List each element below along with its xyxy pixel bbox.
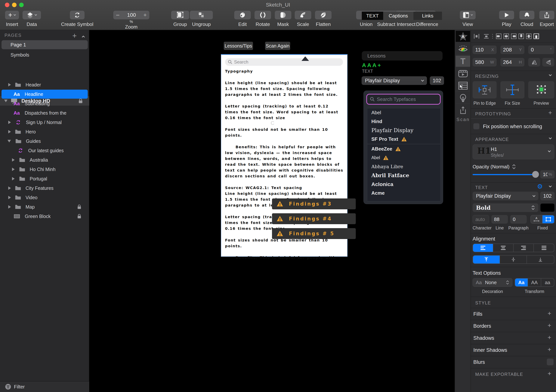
distribute-horizontal-icon[interactable] — [473, 33, 480, 40]
layer-row-header[interactable]: Header — [1, 80, 88, 89]
create-symbol-button[interactable] — [70, 11, 85, 19]
disclosure-closed-icon[interactable] — [8, 186, 11, 190]
align-text-left-button[interactable] — [473, 244, 493, 252]
tab-captions[interactable]: Captions — [383, 12, 413, 20]
font-size-field[interactable]: 102 — [540, 192, 555, 200]
layer-row-map[interactable]: Map — [1, 202, 88, 212]
typeface-item[interactable]: Abel — [367, 108, 440, 117]
zoom-stepper[interactable]: − 100 + — [113, 11, 149, 19]
x-field[interactable]: X — [473, 46, 497, 54]
disclosure-closed-icon[interactable] — [8, 83, 11, 86]
data-button[interactable] — [23, 11, 41, 19]
gear-icon[interactable]: ⚙ — [537, 183, 543, 190]
layer-row-australia[interactable]: Australia — [1, 155, 88, 165]
lock-icon[interactable] — [77, 214, 81, 219]
y-field[interactable]: Y — [500, 46, 525, 54]
fix-position-checkbox[interactable] — [473, 123, 479, 129]
disclosure-closed-icon[interactable] — [8, 196, 11, 199]
character-spacing-field[interactable] — [473, 215, 489, 224]
group-button[interactable] — [171, 11, 189, 19]
flip-vertical-button[interactable] — [542, 58, 554, 67]
panel-font-select[interactable]: Playfair Display — [362, 76, 427, 85]
cloud-button[interactable] — [519, 11, 534, 19]
opacity-slider-track[interactable] — [473, 174, 536, 175]
chevron-down-icon[interactable] — [549, 73, 552, 76]
typeface-item[interactable]: Hind — [367, 117, 440, 126]
typeface-item[interactable]: Playfair Display — [367, 126, 440, 135]
layer-row-signup[interactable]: Sign Up / Normal — [1, 118, 88, 127]
disclosure-closed-icon[interactable] — [12, 177, 15, 180]
typeface-search-field[interactable] — [366, 94, 441, 105]
add-page-icon[interactable]: + — [72, 31, 77, 40]
artboard-lessons[interactable]: Typography Line height (line spacing) sh… — [221, 54, 348, 257]
disclosure-closed-icon[interactable] — [8, 130, 11, 133]
add-border-icon[interactable]: + — [548, 322, 551, 329]
transform-capitalize-button[interactable]: Aa — [515, 279, 528, 286]
ungroup-button[interactable] — [190, 11, 213, 19]
disclosure-closed-icon[interactable] — [8, 205, 11, 209]
blurs-toggle[interactable] — [547, 359, 554, 365]
layer-row-video[interactable]: Video — [1, 193, 88, 202]
disclosure-closed-icon[interactable] — [12, 158, 15, 162]
view-button[interactable] — [460, 11, 476, 19]
search-input[interactable] — [234, 59, 335, 65]
add-fill-icon[interactable]: + — [548, 310, 551, 317]
align-center-h-icon[interactable] — [502, 33, 510, 40]
decoration-select[interactable]: Aa None — [473, 278, 512, 287]
add-prototyping-icon[interactable]: + — [548, 109, 552, 116]
lightbulb-plugin-button[interactable] — [456, 93, 470, 104]
lessons-tips-button[interactable]: Lessons/Tips — [224, 42, 253, 50]
panel-font-size[interactable]: 102 — [430, 76, 444, 85]
align-text-bottom-button[interactable] — [527, 256, 554, 263]
zoom-plus-icon[interactable]: + — [143, 12, 147, 18]
tab-links[interactable]: Links — [413, 12, 442, 20]
layer-row-city-features[interactable]: City Features — [1, 184, 88, 193]
text-style-chip[interactable]: H1 H1 Styles/ — [473, 144, 554, 159]
typeface-item[interactable]: Abhaya Libre — [367, 162, 440, 171]
rotation-field[interactable]: ° — [528, 46, 554, 54]
page-item-page1[interactable]: Page 1 — [1, 40, 88, 49]
paragraph-spacing-field[interactable] — [510, 215, 527, 224]
text-color-swatch[interactable] — [540, 203, 555, 212]
scan-plugin-label[interactable]: Scan — [455, 117, 471, 122]
collapse-pages-icon[interactable] — [82, 36, 85, 39]
height-field[interactable]: H — [500, 58, 525, 67]
align-text-right-button[interactable] — [514, 244, 534, 252]
layer-row-dispatches[interactable]: Aa Dispatches from the — [1, 109, 88, 118]
layer-row-our-latest-guides[interactable]: Our latest guides — [1, 146, 88, 155]
typeface-item[interactable]: Abel — [367, 153, 440, 162]
findings-3-button[interactable]: Findings #3 — [272, 198, 356, 209]
pin-to-edge-button[interactable] — [473, 81, 497, 98]
align-bottom-icon[interactable] — [533, 33, 540, 40]
layer-row-subheading[interactable]: Aa Subheading — [1, 99, 88, 108]
auto-width-button[interactable]: A — [531, 215, 542, 223]
table-plugin-button[interactable] — [456, 80, 470, 91]
fix-size-button[interactable] — [500, 81, 525, 98]
layer-row-green-block[interactable]: Green Block — [1, 212, 88, 221]
layer-row-ho-chi-minh[interactable]: Ho Chi Minh — [1, 165, 88, 174]
layer-row-portugal[interactable]: Portugal — [1, 174, 88, 183]
scan-again-button[interactable]: Scan Again — [265, 42, 290, 50]
findings-5-button[interactable]: Findings # 5 — [272, 228, 356, 239]
disclosure-open-icon[interactable] — [8, 140, 11, 142]
align-top-icon[interactable] — [517, 33, 525, 40]
add-inner-shadow-icon[interactable]: + — [548, 346, 551, 353]
align-left-icon[interactable] — [495, 33, 502, 40]
align-right-icon[interactable] — [510, 33, 517, 40]
type-plugin-button[interactable]: T — [456, 56, 470, 67]
rotate-button[interactable] — [255, 11, 271, 19]
share-plugin-button[interactable] — [456, 104, 470, 116]
opacity-value-field[interactable]: % — [540, 170, 555, 179]
star-a-plugin-button[interactable]: A — [456, 31, 470, 42]
insert-button[interactable]: + — [5, 11, 19, 19]
typeface-item[interactable]: Abril Fatface — [367, 171, 440, 180]
mask-button[interactable] — [275, 11, 291, 19]
opacity-stepper-icon[interactable] — [512, 164, 516, 170]
align-text-center-button[interactable] — [493, 244, 514, 252]
line-spacing-field[interactable] — [491, 215, 508, 224]
export-button[interactable] — [539, 11, 554, 19]
scale-button[interactable] — [295, 11, 311, 19]
distribute-vertical-icon[interactable] — [483, 33, 490, 40]
layer-row-headline[interactable]: Aa Headline — [1, 90, 88, 99]
align-text-middle-button[interactable] — [500, 256, 527, 263]
